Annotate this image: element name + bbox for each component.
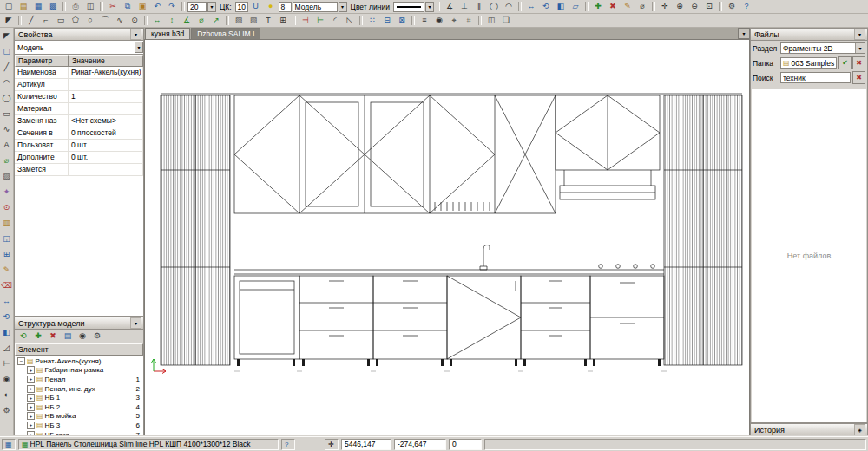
expand-icon[interactable]: + — [27, 403, 35, 411]
node-icon[interactable]: ⊙ — [0, 201, 13, 214]
line-color-sample[interactable] — [393, 2, 424, 12]
tools-icon[interactable]: ⚙ — [0, 404, 13, 417]
struct-view-icon[interactable]: ◉ — [76, 330, 89, 343]
collapse-icon[interactable]: − — [17, 357, 25, 365]
tab-scroll-icon[interactable]: ▾ — [738, 28, 750, 39]
line-tool-icon[interactable]: ╱ — [24, 14, 38, 27]
tree-item[interactable]: + ▤ Пенал 1 — [15, 375, 143, 384]
coordinate-z[interactable]: 0 — [449, 439, 482, 450]
folder-combo[interactable]: ▤ 003 Samples ▾ — [780, 57, 837, 69]
dim-icon[interactable]: ⌀ — [0, 154, 13, 167]
snap-icon[interactable]: ⌖ — [447, 14, 461, 27]
pen-field[interactable]: 8 — [279, 2, 292, 12]
render-icon[interactable]: ◐ — [0, 389, 13, 402]
struct-props-icon[interactable]: ▤ — [61, 330, 75, 343]
measure2-icon[interactable]: ⊢ — [0, 357, 13, 370]
pointer-icon[interactable]: ◤ — [0, 29, 13, 42]
expand-icon[interactable]: + — [27, 422, 35, 429]
rotate2-icon[interactable]: ⟲ — [0, 310, 13, 324]
tree-item[interactable]: + ▤ НБ 3 6 — [15, 421, 143, 430]
expand-icon[interactable]: + — [27, 412, 35, 420]
tree-item[interactable]: + ▤ Габаритная рамка — [15, 366, 143, 376]
line-icon[interactable]: ╱ — [0, 61, 13, 74]
copy-icon[interactable]: ⧉ — [121, 0, 135, 13]
fill-icon[interactable]: ▧ — [247, 14, 260, 27]
circle-icon[interactable]: ◯ — [0, 92, 13, 105]
rotate-icon[interactable]: ⟲ — [539, 0, 553, 13]
property-row[interactable]: Наименова Ринат-Аккель(кухня) — [15, 67, 143, 79]
circle-tool-icon[interactable]: ◯ — [487, 0, 501, 13]
help-icon[interactable]: ? — [740, 0, 753, 13]
hatch2-icon[interactable]: ▨ — [0, 170, 13, 183]
structure-menu-icon[interactable]: ▾ — [130, 317, 141, 329]
folder-apply-icon[interactable]: ✔ — [838, 56, 852, 69]
lamp-icon[interactable]: ● — [264, 0, 278, 13]
status-material[interactable]: ▦ HPL Панель Столешница Slim line HPL КШ… — [18, 439, 279, 450]
property-row[interactable]: Количество 1 — [15, 91, 143, 103]
tree-item[interactable]: + ▤ НБ газа 7 — [15, 430, 143, 435]
expand-icon[interactable]: + — [27, 366, 35, 374]
pan-icon[interactable]: ✛ — [658, 0, 672, 13]
coordinate-y[interactable]: -274,647 — [394, 439, 446, 450]
ck-field[interactable]: 10 — [235, 2, 248, 12]
mirror-icon[interactable]: ◧ — [554, 0, 568, 13]
expand-icon[interactable]: + — [27, 394, 35, 402]
mode-combo[interactable]: Модель — [293, 2, 338, 12]
open-file-icon[interactable]: ▤ — [16, 0, 30, 13]
panel-icon[interactable]: ▥ — [0, 217, 13, 230]
model-combo-arrow-icon[interactable]: ▾ — [135, 42, 143, 53]
settings-icon[interactable]: ⚙ — [725, 0, 739, 13]
point-icon[interactable]: ⊙ — [128, 14, 141, 27]
structure-header[interactable]: Структура модели ▾ — [15, 317, 143, 330]
arc-icon[interactable]: ◠ — [0, 76, 13, 89]
window-tile-icon[interactable]: ◫ — [484, 14, 498, 27]
status-help[interactable]: ? — [281, 439, 295, 450]
tree-root[interactable]: − ▤ Ринат-Аккель(кухня) — [15, 356, 143, 366]
properties-menu-icon[interactable]: ▾ — [130, 29, 141, 40]
polyline-icon[interactable]: ⌐ — [39, 14, 53, 27]
dimension-angle-icon[interactable]: ∡ — [180, 14, 194, 27]
size-field[interactable]: 20 — [187, 2, 207, 12]
struct-add-icon[interactable]: ✚ — [31, 330, 45, 343]
properties-header[interactable]: Свойства ▾ — [15, 29, 143, 41]
tab-kitchen-file[interactable]: кухня.b3d — [145, 28, 190, 39]
property-row[interactable]: Заменя наз <Нет схемы> — [15, 115, 143, 127]
dimension-v-icon[interactable]: ↕ — [165, 14, 179, 27]
print-icon[interactable]: ⎙ — [69, 0, 82, 13]
arc2-icon[interactable]: ⌒ — [98, 14, 112, 27]
dimension-diameter-icon[interactable]: ⌀ — [194, 14, 208, 27]
files-header[interactable]: Файлы ▾ — [751, 29, 867, 41]
text-icon[interactable]: A — [0, 139, 13, 152]
measure-icon[interactable]: ⌀ — [635, 0, 649, 13]
expand-icon[interactable]: + — [27, 376, 35, 383]
window-cascade-icon[interactable]: ❏ — [499, 14, 513, 27]
fit-view-icon[interactable]: ⊡ — [702, 0, 716, 13]
circle2-icon[interactable]: ○ — [83, 14, 97, 27]
history-pin-icon[interactable]: ◈ — [854, 424, 865, 435]
hatch-icon[interactable]: ▨ — [232, 14, 246, 27]
array-icon[interactable]: ∷ — [365, 14, 379, 27]
edit2-icon[interactable]: ✎ — [0, 264, 13, 277]
history-header[interactable]: История ◈ — [751, 424, 867, 435]
chamfer-icon[interactable]: ◺ — [343, 14, 357, 27]
mirror2-icon[interactable]: ◧ — [0, 326, 13, 339]
leader-icon[interactable]: ↗ — [209, 14, 223, 27]
parallel-icon[interactable]: ∥ — [472, 0, 486, 13]
files-menu-icon[interactable]: ▾ — [854, 29, 865, 40]
struct-settings-icon[interactable]: ⚙ — [90, 330, 104, 343]
scale-icon[interactable]: ◿ — [0, 342, 13, 355]
group-icon[interactable]: ⊟ — [380, 14, 394, 27]
layers-icon[interactable]: ≡ — [418, 14, 431, 27]
column-param[interactable]: Параметр — [15, 55, 69, 67]
expand-icon[interactable]: + — [27, 431, 35, 435]
rect-icon[interactable]: ▭ — [0, 108, 13, 121]
zoom-in-icon[interactable]: ⊕ — [673, 0, 687, 13]
zoom-out-icon[interactable]: ⊖ — [687, 0, 701, 13]
section-combo[interactable]: Фрагменты 2D ▾ — [780, 42, 865, 54]
camera-icon[interactable]: ◉ — [0, 373, 13, 386]
perpendicular-icon[interactable]: ⊥ — [457, 0, 471, 13]
struct-delete-icon[interactable]: ✖ — [46, 330, 60, 343]
search-input[interactable] — [780, 72, 851, 83]
folder-clear-icon[interactable]: ✖ — [852, 56, 865, 69]
redo-icon[interactable]: ↷ — [165, 0, 179, 13]
